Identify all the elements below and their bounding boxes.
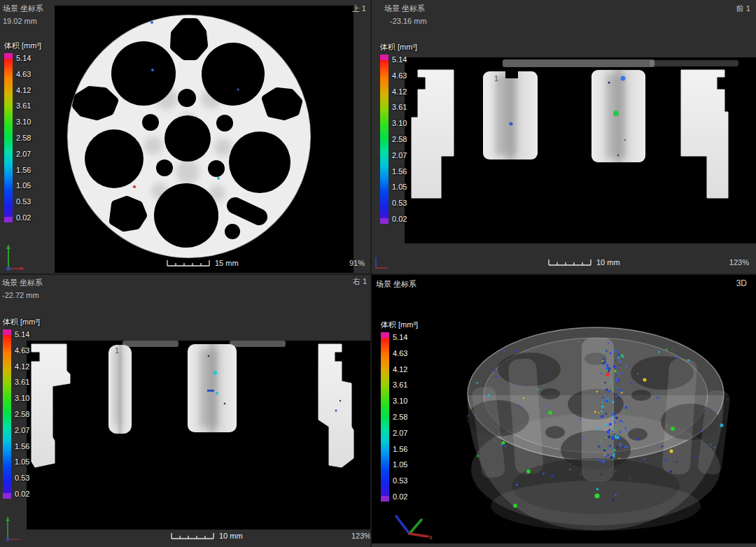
legend-value: 2.58: [393, 413, 407, 421]
legend-cap-bottom: [380, 218, 388, 224]
viewport-top-slice: 场景 坐标系 19.02 mm 上 1 体积 [mm³] 5.144.634.1…: [0, 0, 370, 274]
axis-indicator-icon: [3, 514, 24, 544]
legend-labels: 5.144.634.123.613.102.582.071.561.050.53…: [392, 55, 407, 223]
scale-label: 10 mm: [219, 532, 243, 540]
slice-position: 19.02 mm: [3, 15, 43, 27]
legend-value: 4.12: [393, 365, 407, 374]
legend-value: 4.63: [393, 349, 407, 357]
legend-title: 体积 [mm³]: [3, 317, 40, 327]
scale-bar: 10 mm: [171, 532, 243, 540]
scale-ruler-icon: [167, 259, 210, 267]
legend-value: 5.14: [15, 330, 29, 339]
orientation-label-right: 右 1: [353, 276, 367, 287]
legend-value: 0.02: [15, 490, 29, 498]
viewport-3d: 场景 坐标系 3D 体积 [mm³] 5.144.634.123.613.102…: [372, 275, 756, 547]
scale-label: 15 mm: [215, 259, 239, 267]
legend-colorbar[interactable]: [381, 332, 389, 502]
legend-value: 0.53: [392, 199, 407, 207]
legend-labels: 5.144.634.123.613.102.582.071.561.050.53…: [15, 329, 29, 498]
legend-value: 0.02: [392, 215, 407, 223]
coordinate-system-label: 场景 坐标系: [2, 276, 43, 289]
legend-value: 5.14: [16, 54, 31, 62]
legend-value: 1.56: [15, 442, 29, 450]
zoom-percentage: 123%: [351, 532, 370, 540]
scale-bar: 10 mm: [548, 258, 620, 267]
legend-cap-top: [381, 332, 389, 338]
legend-value: 2.07: [393, 429, 407, 437]
ct-slice-right-image: 1: [27, 341, 370, 530]
ct-slice-top-image: [55, 6, 354, 273]
slice-position: -23.16 mm: [390, 15, 427, 27]
coordinate-system-label: 场景 坐标系: [376, 278, 416, 290]
legend-gradient-bar: [4, 59, 13, 217]
legend-value: 1.05: [16, 181, 31, 190]
legend-value: 0.02: [16, 213, 31, 222]
legend-value: 4.12: [15, 362, 29, 371]
legend-value: 2.07: [392, 151, 407, 159]
legend-value: 4.63: [15, 346, 29, 355]
orientation-label-front: 前 1: [736, 3, 750, 14]
axis-indicator-icon: [3, 242, 27, 273]
legend-colorbar[interactable]: [4, 53, 13, 222]
legend-value: 3.10: [392, 119, 407, 127]
coordinate-system-label: 场景 坐标系: [3, 2, 43, 15]
scale-bar: 15 mm: [167, 259, 239, 267]
scale-label: 10 mm: [596, 258, 620, 267]
legend-colorbar[interactable]: [3, 329, 11, 499]
volume-legend: 体积 [mm³] 5.144.634.123.613.102.582.071.5…: [380, 42, 417, 224]
legend-labels: 5.144.634.123.613.102.582.071.561.050.53…: [16, 53, 31, 222]
legend-value: 1.05: [392, 183, 407, 191]
coordinate-system-label: 场景 坐标系: [384, 2, 427, 15]
viewport-right-slice: 1 场景 坐标系 -22.72 mm: [0, 275, 370, 547]
slice-position: -22.72 mm: [2, 289, 43, 301]
scale-ruler-icon: [171, 532, 214, 540]
legend-value: 2.07: [15, 426, 29, 434]
legend-value: 1.05: [393, 460, 407, 469]
axis-indicator-3d-icon: x: [382, 504, 435, 545]
legend-cap-bottom: [381, 496, 389, 502]
legend-value: 4.12: [392, 87, 407, 96]
legend-value: 4.63: [16, 70, 31, 78]
slice-canvas-top[interactable]: [55, 6, 354, 273]
slice-canvas-right[interactable]: 1: [27, 341, 370, 530]
zoom-percentage: 123%: [729, 258, 749, 267]
annotation-marker: 1: [494, 74, 498, 83]
legend-cap-top: [4, 53, 13, 59]
slice-canvas-front[interactable]: 1: [405, 57, 756, 243]
volume-legend: 体积 [mm³] 5.144.634.123.613.102.582.071.5…: [381, 320, 418, 502]
zoom-percentage: 91%: [349, 259, 365, 267]
legend-value: 3.61: [15, 378, 29, 386]
legend-title: 体积 [mm³]: [380, 42, 417, 52]
legend-value: 3.10: [393, 397, 407, 405]
legend-value: 3.61: [392, 103, 407, 111]
legend-value: 2.58: [15, 410, 29, 418]
legend-value: 0.53: [16, 197, 31, 206]
legend-cap-top: [3, 329, 11, 335]
legend-title: 体积 [mm³]: [4, 41, 41, 51]
volume-legend: 体积 [mm³] 5.144.634.123.613.102.582.071.5…: [3, 317, 40, 499]
svg-text:x: x: [429, 534, 433, 541]
legend-value: 5.14: [393, 333, 407, 341]
axis-indicator-icon: [372, 255, 391, 271]
legend-value: 1.56: [392, 167, 407, 176]
legend-value: 4.63: [392, 71, 407, 80]
legend-value: 0.53: [15, 474, 29, 482]
legend-value: 0.02: [393, 492, 407, 501]
orientation-label-top: 上 1: [352, 3, 366, 14]
legend-gradient-bar: [381, 338, 389, 496]
ct-slice-front-image: 1: [405, 57, 756, 243]
legend-value: 2.58: [16, 134, 31, 142]
legend-value: 3.10: [15, 394, 29, 402]
ct-analysis-window: 场景 坐标系 19.02 mm 上 1 体积 [mm³] 5.144.634.1…: [0, 0, 756, 547]
legend-labels: 5.144.634.123.613.102.582.071.561.050.53…: [393, 332, 407, 501]
legend-value: 5.14: [392, 55, 407, 64]
legend-gradient-bar: [3, 335, 11, 493]
legend-value: 3.10: [16, 118, 31, 126]
orientation-label-3d: 3D: [736, 278, 747, 288]
legend-value: 3.61: [393, 381, 407, 389]
scale-ruler-icon: [548, 258, 592, 267]
viewport-front-slice: 1 场景 坐标系 -23.16 mm 前 1: [372, 0, 756, 274]
legend-value: 0.53: [393, 476, 407, 485]
legend-colorbar[interactable]: [380, 55, 388, 224]
legend-value: 1.05: [15, 457, 29, 466]
